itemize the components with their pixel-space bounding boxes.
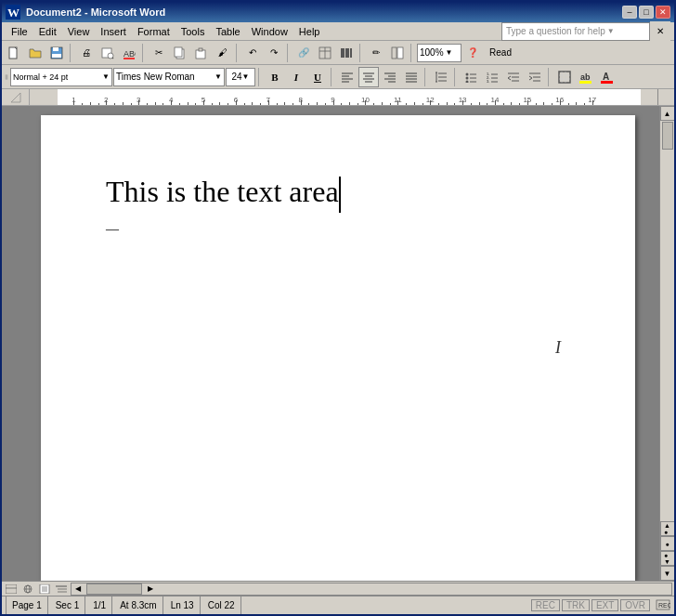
format-painter-button[interactable]: 🖌 bbox=[213, 43, 233, 63]
help-close-icon[interactable]: ✕ bbox=[650, 21, 670, 42]
menu-tools[interactable]: Tools bbox=[176, 24, 211, 39]
outside-border-button[interactable] bbox=[554, 67, 575, 87]
hyperlink-button[interactable]: 🔗 bbox=[293, 43, 314, 63]
line-spacing-button[interactable] bbox=[431, 67, 451, 87]
help-search-box[interactable]: Type a question for help ▼ bbox=[501, 22, 650, 41]
menu-format[interactable]: Format bbox=[132, 24, 176, 39]
svg-point-46 bbox=[466, 72, 469, 75]
new-button[interactable] bbox=[4, 43, 24, 63]
scroll-up-button[interactable]: ▲ bbox=[660, 106, 675, 121]
document-scroll[interactable]: This is the text area — I bbox=[2, 106, 674, 581]
separator bbox=[236, 44, 240, 62]
menu-view[interactable]: View bbox=[62, 24, 96, 39]
separator bbox=[287, 44, 291, 62]
page-status: Page 1 bbox=[6, 596, 48, 614]
italic-button[interactable]: I bbox=[286, 67, 306, 87]
size-dropdown[interactable]: 24 ▼ bbox=[226, 68, 255, 86]
help-icon[interactable]: ❓ bbox=[462, 43, 483, 63]
save-button[interactable] bbox=[46, 43, 67, 63]
menu-table[interactable]: Table bbox=[210, 24, 245, 39]
print-preview-button[interactable] bbox=[98, 43, 118, 63]
content-area: This is the text area — I ▲ ▲● ● ●▼ ▼ bbox=[2, 106, 674, 581]
align-left-button[interactable] bbox=[337, 67, 358, 87]
svg-rect-19 bbox=[345, 48, 349, 58]
outline-view-button[interactable] bbox=[54, 583, 69, 596]
menu-window[interactable]: Window bbox=[246, 24, 293, 39]
paste-button[interactable] bbox=[191, 43, 212, 63]
scroll-next-page[interactable]: ●▼ bbox=[660, 551, 675, 566]
hscroll-left-button[interactable]: ◀ bbox=[72, 583, 84, 596]
zoom-dropdown[interactable]: 100% ▼ bbox=[417, 44, 462, 62]
minimize-button[interactable]: – bbox=[622, 6, 637, 19]
separator bbox=[142, 44, 146, 62]
svg-rect-72 bbox=[601, 81, 613, 84]
svg-text:3.: 3. bbox=[487, 79, 489, 83]
svg-point-48 bbox=[466, 76, 469, 79]
bold-button[interactable]: B bbox=[265, 67, 285, 87]
ln-status: Ln 13 bbox=[165, 596, 201, 614]
web-layout-button[interactable] bbox=[20, 583, 35, 596]
document-text-content[interactable]: This is the text area bbox=[106, 175, 339, 208]
table-button[interactable] bbox=[315, 43, 335, 63]
close-button[interactable]: ✕ bbox=[656, 6, 670, 19]
rec-badge: REC bbox=[531, 599, 560, 611]
separator bbox=[410, 44, 414, 62]
hscroll-right-button[interactable]: ▶ bbox=[144, 583, 157, 596]
numbering-button[interactable]: 1.2.3. bbox=[482, 67, 502, 87]
scroll-select-browse[interactable]: ● bbox=[660, 536, 675, 551]
align-center-button[interactable] bbox=[358, 67, 379, 87]
col-status: Col 22 bbox=[202, 596, 241, 614]
macro-button[interactable]: REC bbox=[656, 597, 670, 614]
menu-file[interactable]: File bbox=[6, 24, 33, 39]
svg-rect-21 bbox=[392, 47, 396, 59]
scroll-thumb[interactable] bbox=[662, 122, 673, 150]
increase-indent-button[interactable] bbox=[525, 67, 545, 87]
menu-help[interactable]: Help bbox=[293, 24, 326, 39]
align-right-button[interactable] bbox=[380, 67, 400, 87]
dash-line: — bbox=[106, 222, 570, 237]
separator bbox=[70, 44, 73, 62]
spell-check-button[interactable]: ABC bbox=[119, 43, 139, 63]
print-layout-button[interactable] bbox=[37, 583, 52, 596]
copy-button[interactable] bbox=[170, 43, 190, 63]
horizontal-scrollbar[interactable]: ◀ ▶ bbox=[71, 583, 672, 596]
document-map-button[interactable] bbox=[387, 43, 408, 63]
document-page[interactable]: This is the text area — I bbox=[41, 115, 635, 581]
menu-insert[interactable]: Insert bbox=[95, 24, 132, 39]
cut-button[interactable]: ✂ bbox=[149, 43, 169, 63]
menu-edit[interactable]: Edit bbox=[33, 24, 62, 39]
read-button[interactable]: Read bbox=[484, 43, 517, 63]
scroll-track[interactable] bbox=[661, 121, 674, 521]
scroll-prev-page[interactable]: ▲● bbox=[660, 521, 675, 536]
svg-text:ab: ab bbox=[580, 72, 591, 82]
undo-button[interactable]: ↶ bbox=[242, 43, 263, 63]
font-color-button[interactable]: A bbox=[597, 67, 618, 87]
style-dropdown[interactable]: Normal + 24 pt ▼ bbox=[10, 68, 112, 86]
vertical-scrollbar[interactable]: ▲ ▲● ● ●▼ ▼ bbox=[659, 106, 674, 581]
app-icon: W bbox=[6, 5, 20, 20]
justify-button[interactable] bbox=[401, 67, 422, 87]
bottom-toolbar: ◀ ▶ bbox=[2, 581, 674, 596]
menu-bar: File Edit View Insert Format Tools Table… bbox=[2, 22, 674, 41]
open-button[interactable] bbox=[25, 43, 46, 63]
hscroll-thumb[interactable] bbox=[86, 583, 142, 595]
bullets-button[interactable] bbox=[461, 67, 481, 87]
highlight-button[interactable]: ab bbox=[576, 67, 596, 87]
scroll-down-button[interactable]: ▼ bbox=[660, 566, 675, 581]
maximize-button[interactable]: □ bbox=[639, 6, 654, 19]
svg-rect-64 bbox=[559, 72, 570, 83]
drawing-button[interactable]: ✏ bbox=[366, 43, 386, 63]
font-dropdown[interactable]: Times New Roman ▼ bbox=[113, 68, 225, 86]
svg-line-8 bbox=[112, 58, 113, 59]
underline-button[interactable]: U bbox=[307, 67, 328, 87]
print-button[interactable]: 🖨 bbox=[76, 43, 97, 63]
pages-status: 1/1 bbox=[87, 596, 112, 614]
i-beam-cursor: I bbox=[555, 338, 561, 358]
normal-view-button[interactable] bbox=[4, 583, 19, 596]
decrease-indent-button[interactable] bbox=[503, 67, 524, 87]
redo-button[interactable]: ↷ bbox=[264, 43, 284, 63]
document-content[interactable]: This is the text area bbox=[106, 171, 570, 213]
svg-text:A: A bbox=[603, 72, 609, 82]
svg-rect-23 bbox=[6, 74, 8, 79]
columns-button[interactable] bbox=[336, 43, 357, 63]
